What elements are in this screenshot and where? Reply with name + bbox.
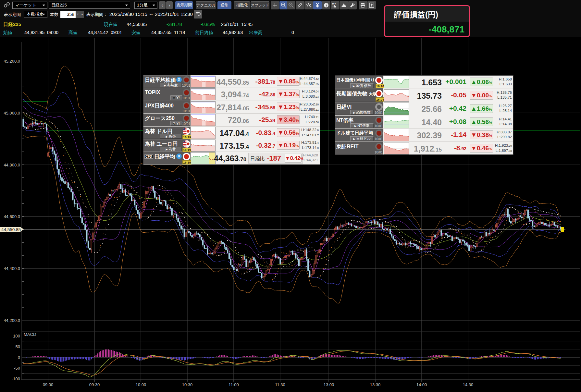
svg-text:45,200.0: 45,200.0: [4, 59, 20, 64]
svg-text:11:30: 11:30: [275, 382, 285, 387]
svg-text:13:30: 13:30: [370, 382, 381, 387]
svg-text:09:30: 09:30: [89, 382, 100, 387]
svg-text:-100: -100: [12, 376, 20, 381]
svg-text:11:00: 11:00: [229, 382, 239, 387]
svg-text:45,000.0: 45,000.0: [4, 111, 20, 116]
svg-text:44,550.85: 44,550.85: [1, 227, 21, 232]
svg-text:50: 50: [16, 344, 20, 349]
svg-text:MY: MY: [332, 2, 336, 5]
svg-text:MACD: MACD: [24, 332, 36, 337]
svg-text:10:30: 10:30: [182, 382, 193, 387]
svg-text:13:00: 13:00: [324, 382, 334, 387]
svg-text:10:00: 10:00: [136, 382, 146, 387]
svg-text:100: 100: [13, 334, 20, 338]
svg-text:-50: -50: [14, 366, 20, 371]
svg-text:14:30: 14:30: [463, 382, 474, 387]
svg-text:0: 0: [18, 355, 20, 360]
svg-text:44,600.0: 44,600.0: [4, 214, 20, 219]
svg-text:09:00: 09:00: [43, 382, 54, 387]
svg-text:44,200.0: 44,200.0: [4, 318, 20, 323]
svg-text:14:00: 14:00: [416, 382, 427, 387]
svg-text:44,400.0: 44,400.0: [4, 266, 20, 271]
svg-text:44,800.0: 44,800.0: [4, 163, 20, 167]
